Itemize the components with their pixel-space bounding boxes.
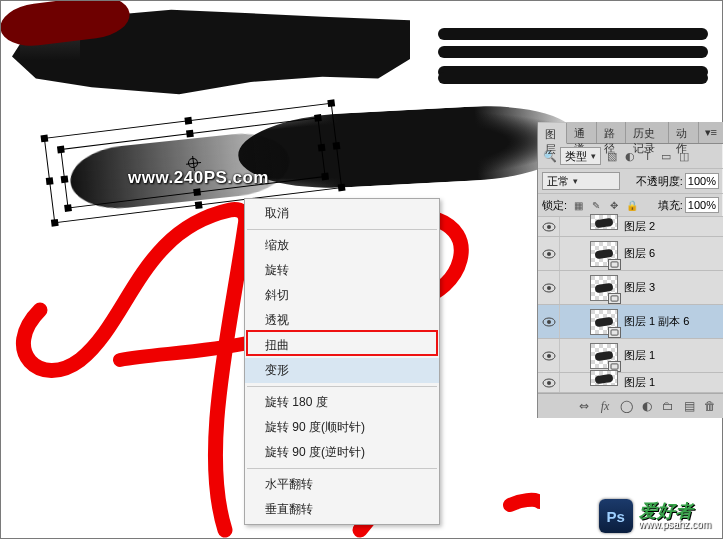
layer-row[interactable]: 图层 1 (538, 339, 723, 373)
lock-all-icon[interactable]: 🔒 (625, 198, 639, 212)
fill-value[interactable]: 100% (685, 197, 719, 213)
transform-handle-tl[interactable] (57, 146, 65, 154)
menu-flip-vertical[interactable]: 垂直翻转 (245, 497, 439, 522)
tab-history[interactable]: 历史记录 (626, 122, 670, 143)
lock-transparency-icon[interactable]: ▦ (571, 198, 585, 212)
tab-paths[interactable]: 路径 (597, 122, 626, 143)
menu-sep-1 (247, 229, 437, 230)
filter-adjust-icon[interactable]: ◐ (622, 149, 637, 164)
fill-label: 填充: (658, 198, 683, 213)
blend-mode-value: 正常 (547, 174, 569, 189)
mask-icon[interactable]: ◯ (617, 398, 635, 414)
smart-object-badge-icon (608, 327, 621, 338)
transform-outer-handle-mr[interactable] (333, 142, 341, 150)
visibility-toggle[interactable] (538, 237, 560, 270)
layer-row[interactable]: 图层 6 (538, 237, 723, 271)
visibility-toggle[interactable] (538, 217, 560, 236)
layer-name[interactable]: 图层 1 (622, 375, 723, 390)
layers-panel[interactable]: 图层 通道 路径 历史记录 动作 ▾≡ 🔍 类型 ▾ ▧ ◐ T ▭ ◫ 正常 … (537, 122, 723, 418)
transform-outer-handle-bl[interactable] (51, 219, 59, 227)
filter-pixel-icon[interactable]: ▧ (604, 149, 619, 164)
transform-outer-handle-br[interactable] (338, 184, 346, 192)
new-layer-icon[interactable]: ▤ (680, 398, 698, 414)
layer-name[interactable]: 图层 2 (622, 219, 723, 234)
panel-footer: ⇔ fx ◯ ◐ 🗀 ▤ 🗑 (538, 393, 723, 418)
transform-outer-handle-bm[interactable] (195, 201, 203, 209)
adjustment-icon[interactable]: ◐ (638, 398, 656, 414)
transform-handle-br[interactable] (321, 173, 329, 181)
visibility-toggle[interactable] (538, 305, 560, 338)
transform-handle-tm[interactable] (186, 130, 194, 138)
menu-skew[interactable]: 斜切 (245, 283, 439, 308)
layer-name[interactable]: 图层 1 (622, 348, 723, 363)
chevron-down-icon: ▾ (573, 176, 578, 186)
visibility-toggle[interactable] (538, 271, 560, 304)
filter-type-icon[interactable]: T (640, 149, 655, 164)
lock-position-icon[interactable]: ✥ (607, 198, 621, 212)
layer-filter-dropdown[interactable]: 类型 ▾ (560, 147, 601, 165)
transform-outer-handle-tr[interactable] (327, 99, 335, 107)
brush-stroke-2 (438, 12, 708, 102)
svg-rect-13 (611, 363, 618, 368)
menu-sep-3 (247, 468, 437, 469)
menu-rotate-180[interactable]: 旋转 180 度 (245, 390, 439, 415)
menu-distort[interactable]: 扭曲 (245, 333, 439, 358)
svg-rect-4 (611, 261, 618, 266)
layer-filter-row: 🔍 类型 ▾ ▧ ◐ T ▭ ◫ (538, 144, 723, 169)
svg-point-6 (547, 286, 551, 290)
menu-rotate-90-cw[interactable]: 旋转 90 度(顺时针) (245, 415, 439, 440)
layer-name[interactable]: 图层 3 (622, 280, 723, 295)
lock-fill-row: 锁定: ▦ ✎ ✥ 🔒 填充: 100% (538, 194, 723, 217)
group-icon[interactable]: 🗀 (659, 398, 677, 414)
tab-actions[interactable]: 动作 (669, 122, 698, 143)
menu-rotate-90-ccw[interactable]: 旋转 90 度(逆时针) (245, 440, 439, 465)
filter-smart-icon[interactable]: ◫ (676, 149, 691, 164)
transform-outer-handle-ml[interactable] (46, 177, 54, 185)
menu-perspective[interactable]: 透视 (245, 308, 439, 333)
transform-handle-bl[interactable] (64, 204, 72, 212)
transform-outer-handle-tm[interactable] (184, 117, 192, 125)
link-layers-icon[interactable]: ⇔ (575, 398, 593, 414)
smart-object-badge-icon (608, 293, 621, 304)
layer-row[interactable]: 图层 1 (538, 373, 723, 393)
menu-rotate[interactable]: 旋转 (245, 258, 439, 283)
menu-cancel[interactable]: 取消 (245, 201, 439, 226)
blend-opacity-row: 正常 ▾ 不透明度: 100% (538, 169, 723, 194)
layer-name[interactable]: 图层 1 副本 6 (622, 314, 723, 329)
transform-handle-tr[interactable] (314, 114, 322, 122)
blend-mode-dropdown[interactable]: 正常 ▾ (542, 172, 620, 190)
menu-warp[interactable]: 变形 (245, 358, 439, 383)
svg-point-15 (547, 381, 551, 385)
svg-point-9 (547, 320, 551, 324)
svg-rect-7 (611, 295, 618, 300)
lock-pixels-icon[interactable]: ✎ (589, 198, 603, 212)
smart-object-badge-icon (608, 259, 621, 270)
site-watermark: Ps 爱好者 www.psahz.com (599, 499, 711, 533)
ps-watermark-title: 爱好者 (639, 502, 711, 520)
tab-layers[interactable]: 图层 (538, 123, 567, 144)
watermark-url: www.240PS.com (128, 168, 269, 188)
ps-badge: Ps (599, 499, 633, 533)
transform-handle-ml[interactable] (61, 175, 69, 183)
svg-rect-10 (611, 329, 618, 334)
layer-row[interactable]: 图层 3 (538, 271, 723, 305)
panel-menu-icon[interactable]: ▾≡ (699, 122, 723, 143)
transform-handle-mr[interactable] (318, 144, 326, 152)
visibility-toggle[interactable] (538, 373, 560, 392)
layer-row[interactable]: 图层 1 副本 6 (538, 305, 723, 339)
filter-shape-icon[interactable]: ▭ (658, 149, 673, 164)
opacity-value[interactable]: 100% (685, 173, 719, 189)
fx-icon[interactable]: fx (596, 398, 614, 414)
menu-scale[interactable]: 缩放 (245, 233, 439, 258)
transform-outer-handle-tl[interactable] (40, 135, 48, 143)
delete-layer-icon[interactable]: 🗑 (701, 398, 719, 414)
menu-sep-2 (247, 386, 437, 387)
transform-handle-bm[interactable] (193, 188, 201, 196)
transform-context-menu[interactable]: 取消 缩放 旋转 斜切 透视 扭曲 变形 旋转 180 度 旋转 90 度(顺时… (244, 198, 440, 525)
layer-row[interactable]: 图层 2 (538, 217, 723, 237)
menu-flip-horizontal[interactable]: 水平翻转 (245, 472, 439, 497)
visibility-toggle[interactable] (538, 339, 560, 372)
opacity-label: 不透明度: (636, 174, 683, 189)
tab-channels[interactable]: 通道 (567, 122, 596, 143)
layer-name[interactable]: 图层 6 (622, 246, 723, 261)
